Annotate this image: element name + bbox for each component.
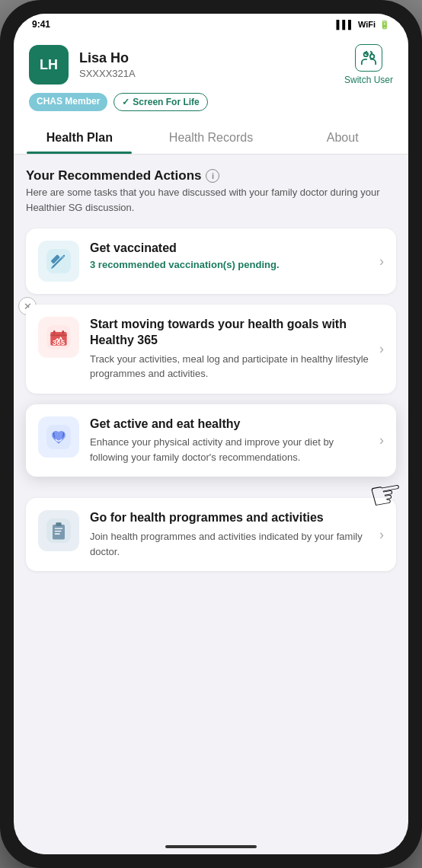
- active-healthy-card-title: Get active and eat healthy: [90, 416, 369, 432]
- healthy365-card-wrapper: ✕ 365 S: [26, 305, 396, 394]
- section-header: Your Recommended Actions i Here are some…: [26, 168, 396, 218]
- user-details: Lisa Ho SXXXX321A: [79, 50, 136, 79]
- status-icons: ▌▌▌ WiFi 🔋: [336, 20, 390, 30]
- home-indicator: [14, 839, 408, 854]
- tab-health-plan[interactable]: Health Plan: [14, 122, 145, 154]
- sfl-check-icon: ✓: [122, 97, 129, 107]
- badges: CHAS Member ✓ Screen For Life: [29, 93, 393, 111]
- svg-rect-18: [55, 534, 60, 535]
- info-icon[interactable]: i: [206, 169, 219, 183]
- status-time: 9:41: [32, 19, 50, 30]
- header: LH Lisa Ho SXXXX321A: [14, 35, 408, 122]
- svg-point-6: [62, 256, 65, 259]
- programmes-icon: [38, 510, 79, 551]
- active-healthy-card-desc: Enhance your physical activity and impro…: [90, 435, 369, 464]
- healthy365-card-body: Start moving towards your health goals w…: [90, 317, 369, 381]
- vaccine-chevron-icon: ›: [379, 254, 384, 270]
- svg-rect-16: [55, 528, 63, 529]
- header-top: LH Lisa Ho SXXXX321A: [29, 44, 393, 85]
- switch-user-icon: [355, 44, 382, 72]
- svg-rect-15: [53, 525, 65, 540]
- user-id: SXXXX321A: [79, 68, 136, 79]
- programmes-card-title: Go for health programmes and activities: [90, 510, 369, 526]
- user-info: LH Lisa Ho SXXXX321A: [29, 45, 136, 85]
- signal-icon: ▌▌▌: [336, 20, 353, 29]
- programmes-card-desc: Join health programmes and activities in…: [90, 529, 369, 559]
- status-bar: 9:41 ▌▌▌ WiFi 🔋: [14, 14, 408, 35]
- vaccine-card[interactable]: Get vaccinated 3 recommended vaccination…: [26, 228, 396, 294]
- programmes-card[interactable]: Go for health programmes and activities …: [26, 498, 396, 571]
- svg-text:365: 365: [53, 338, 66, 346]
- svg-rect-17: [55, 531, 62, 531]
- active-healthy-chevron-icon: ›: [379, 432, 384, 448]
- svg-rect-11: [62, 330, 64, 333]
- switch-user-label: Switch User: [344, 75, 393, 85]
- svg-rect-10: [53, 330, 56, 333]
- vaccine-card-title: Get vaccinated: [90, 241, 369, 257]
- vaccine-icon: [38, 241, 79, 282]
- vaccine-card-body: Get vaccinated 3 recommended vaccination…: [90, 241, 369, 270]
- switch-user-button[interactable]: Switch User: [344, 44, 393, 85]
- programmes-chevron-icon: ›: [379, 527, 384, 543]
- phone-frame: 9:41 ▌▌▌ WiFi 🔋 LH Lisa Ho SXXXX321A: [0, 0, 422, 868]
- section-description: Here are some tasks that you have discus…: [26, 185, 396, 215]
- tab-about[interactable]: About: [277, 122, 408, 154]
- tab-health-records[interactable]: Health Records: [145, 122, 277, 154]
- home-bar: [165, 845, 257, 848]
- chas-badge: CHAS Member: [29, 93, 107, 111]
- tabs: Health Plan Health Records About: [14, 122, 408, 155]
- active-healthy-icon: [38, 416, 79, 458]
- healthy365-card-title: Start moving towards your health goals w…: [90, 317, 369, 349]
- main-content: Your Recommended Actions i Here are some…: [14, 155, 408, 839]
- svg-rect-19: [56, 523, 61, 526]
- wifi-icon: WiFi: [358, 20, 376, 29]
- active-healthy-card-body: Get active and eat healthy Enhance your …: [90, 416, 369, 465]
- avatar: LH: [29, 45, 69, 85]
- healthy365-card-desc: Track your activities, meal log and part…: [90, 352, 369, 381]
- healthy365-icon: 365: [38, 317, 79, 358]
- sfl-label: Screen For Life: [133, 97, 199, 107]
- healthy365-chevron-icon: ›: [379, 341, 384, 357]
- user-name: Lisa Ho: [79, 50, 136, 66]
- vaccine-card-subtitle: 3 recommended vaccination(s) pending.: [90, 259, 369, 270]
- healthy365-card[interactable]: 365 Start moving towards your health goa…: [26, 305, 396, 394]
- sfl-badge: ✓ Screen For Life: [113, 93, 207, 111]
- svg-rect-9: [50, 334, 66, 336]
- section-title: Your Recommended Actions i: [26, 168, 396, 183]
- battery-icon: 🔋: [379, 20, 390, 30]
- active-healthy-card[interactable]: Get active and eat healthy Enhance your …: [26, 404, 396, 477]
- programmes-card-body: Go for health programmes and activities …: [90, 510, 369, 559]
- phone-screen: 9:41 ▌▌▌ WiFi 🔋 LH Lisa Ho SXXXX321A: [14, 14, 408, 854]
